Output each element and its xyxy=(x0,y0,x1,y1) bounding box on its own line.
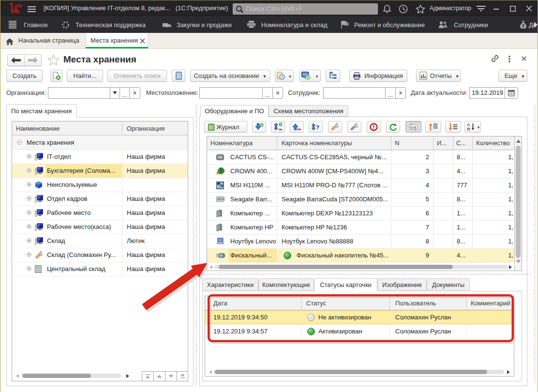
svg-text:?: ? xyxy=(316,124,319,130)
svg-text:Я: Я xyxy=(467,127,470,131)
svg-text:0-9: 0-9 xyxy=(410,125,416,130)
svg-text:$: $ xyxy=(522,23,524,28)
